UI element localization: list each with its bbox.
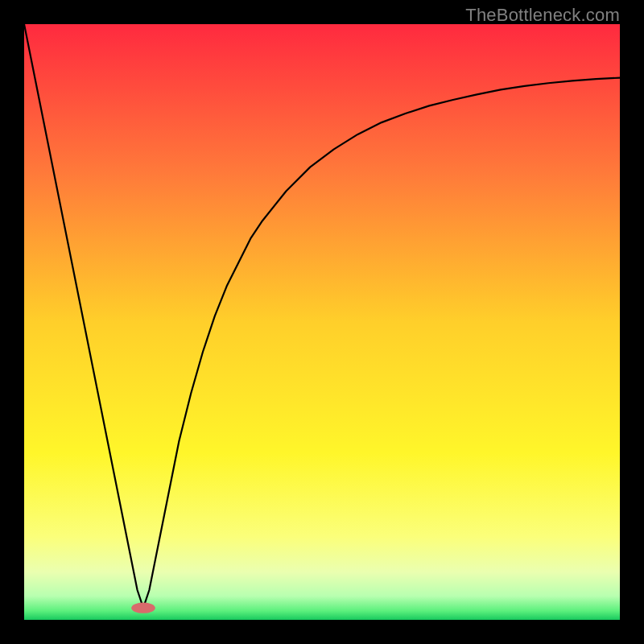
gradient-background	[24, 24, 620, 620]
minimum-marker	[131, 603, 155, 613]
chart-svg	[24, 24, 620, 620]
watermark-label: TheBottleneck.com	[465, 5, 620, 26]
